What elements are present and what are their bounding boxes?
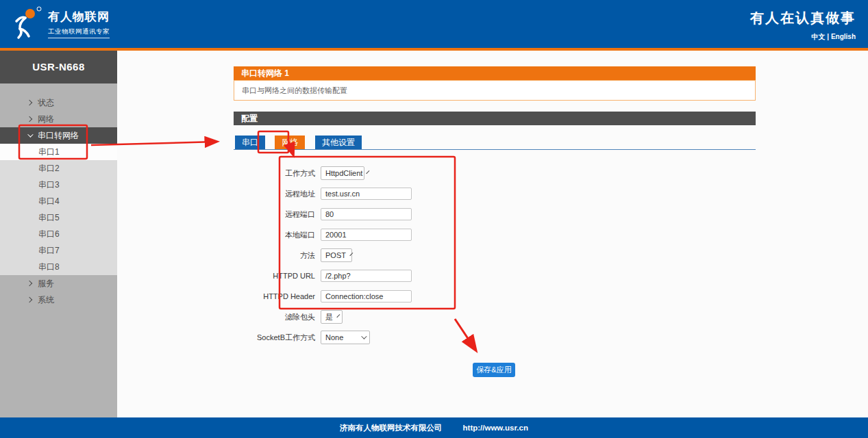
sidebar-item-label: 系统 bbox=[38, 294, 54, 306]
form-row-remote-address: 远程地址 bbox=[234, 188, 756, 200]
sidebar-item-serial-to-network[interactable]: 串口转网络 bbox=[0, 127, 117, 144]
form-row-socketb-mode: SocketB工作方式 None bbox=[234, 331, 756, 344]
brand-subtitle: 工业物联网通讯专家 bbox=[48, 27, 110, 38]
select-chevron-icon bbox=[367, 170, 370, 174]
form-row-local-port: 本地端口 bbox=[234, 229, 756, 241]
sidebar-item-network[interactable]: 网络 bbox=[0, 111, 117, 127]
form-row-filter-header: 滤除包头 是 bbox=[234, 311, 756, 323]
sidebar-item-label: 串口转网络 bbox=[38, 130, 79, 142]
form-row-work-mode: 工作方式 HttpdClient bbox=[234, 167, 756, 179]
usr-logo-icon bbox=[10, 6, 42, 40]
form-row-httpd-url: HTTPD URL bbox=[234, 270, 756, 282]
chevron-down-icon bbox=[27, 131, 33, 137]
lang-en-link[interactable]: English bbox=[831, 33, 856, 40]
select-chevron-icon bbox=[349, 253, 353, 256]
sidebar-item-serial5[interactable]: 串口5 bbox=[0, 209, 117, 226]
lang-zh-link[interactable]: 中文 bbox=[812, 33, 826, 40]
sidebar-menu: 状态 网络 串口转网络 串口1 串口2 串口3 串口4 串口5 串口6 串口7 bbox=[0, 83, 117, 308]
filter-header-select[interactable]: 是 bbox=[321, 310, 343, 324]
sidebar-item-label: 服务 bbox=[38, 278, 54, 289]
page-footer: 济南有人物联网技术有限公司 http://www.usr.cn bbox=[0, 417, 868, 438]
httpd-url-input[interactable] bbox=[321, 270, 412, 282]
top-header: 有人物联网 工业物联网通讯专家 有人在认真做事 中文 | English bbox=[0, 0, 868, 48]
sidebar-item-label: 网络 bbox=[38, 114, 54, 125]
work-mode-select[interactable]: HttpdClient bbox=[321, 166, 364, 180]
sidebar-item-label: 串口2 bbox=[38, 163, 60, 175]
sidebar-item-serial7[interactable]: 串口7 bbox=[0, 242, 117, 259]
selected-value: POST bbox=[325, 251, 346, 259]
form-row-method: 方法 POST bbox=[234, 249, 756, 261]
config-tabs: 串口 网络 其他设置 bbox=[234, 136, 756, 150]
sidebar-item-serial3[interactable]: 串口3 bbox=[0, 177, 117, 193]
lang-separator: | bbox=[826, 33, 831, 40]
remote-address-input[interactable] bbox=[321, 188, 412, 200]
save-apply-button[interactable]: 保存&应用 bbox=[473, 363, 515, 377]
remote-port-input[interactable] bbox=[321, 208, 412, 220]
chevron-right-icon bbox=[27, 297, 32, 302]
footer-company: 济南有人物联网技术有限公司 bbox=[340, 423, 443, 433]
httpd-header-input[interactable] bbox=[321, 290, 412, 302]
field-label: 远程端口 bbox=[234, 209, 315, 220]
tab-serial[interactable]: 串口 bbox=[235, 136, 265, 149]
method-select[interactable]: POST bbox=[321, 248, 352, 262]
selected-value: None bbox=[325, 333, 343, 342]
form-row-remote-port: 远程端口 bbox=[234, 208, 756, 220]
tab-other-settings[interactable]: 其他设置 bbox=[315, 136, 362, 149]
sidebar-item-label: 状态 bbox=[38, 97, 54, 109]
sidebar-item-label: 串口7 bbox=[38, 245, 60, 257]
selected-value: 是 bbox=[325, 312, 333, 322]
select-chevron-icon bbox=[336, 314, 340, 318]
field-label: HTTPD URL bbox=[234, 272, 315, 280]
sidebar-nav: USR-N668 状态 网络 串口转网络 串口1 串口2 串口3 串口4 串口5 bbox=[0, 51, 117, 417]
select-chevron-icon bbox=[361, 333, 367, 339]
header-slogan: 有人在认真做事 bbox=[750, 9, 856, 27]
panel-description: 串口与网络之间的数据传输配置 bbox=[234, 80, 756, 101]
sidebar-item-serial2[interactable]: 串口2 bbox=[0, 160, 117, 177]
sidebar-item-status[interactable]: 状态 bbox=[0, 94, 117, 111]
sidebar-item-label: 串口6 bbox=[38, 229, 60, 240]
field-label: 远程地址 bbox=[234, 189, 315, 199]
chevron-right-icon bbox=[27, 100, 32, 105]
field-label: 工作方式 bbox=[234, 168, 315, 179]
sidebar-item-serial8[interactable]: 串口8 bbox=[0, 259, 117, 275]
sidebar-item-serial1[interactable]: 串口1 bbox=[0, 144, 117, 160]
brand-logo: 有人物联网 工业物联网通讯专家 bbox=[10, 6, 110, 40]
tab-network[interactable]: 网络 bbox=[275, 136, 305, 149]
form-row-httpd-header: HTTPD Header bbox=[234, 290, 756, 302]
sidebar-item-label: 串口1 bbox=[38, 146, 60, 158]
field-label: HTTPD Header bbox=[234, 292, 315, 300]
field-label: 方法 bbox=[234, 250, 315, 261]
sidebar-item-label: 串口4 bbox=[38, 196, 60, 207]
brand-title: 有人物联网 bbox=[48, 9, 110, 25]
sidebar-item-system[interactable]: 系统 bbox=[0, 292, 117, 308]
network-settings-form: 工作方式 HttpdClient 远程地址 远程端口 本地端口 方法 bbox=[234, 167, 756, 377]
main-content: 串口转网络 1 串口与网络之间的数据传输配置 配置 串口 网络 其他设置 工作方… bbox=[117, 51, 868, 417]
config-section-title: 配置 bbox=[234, 112, 756, 125]
field-label: 滤除包头 bbox=[234, 312, 315, 322]
sidebar-item-label: 串口8 bbox=[38, 261, 60, 273]
sidebar-item-label: 串口5 bbox=[38, 212, 60, 224]
footer-url-link[interactable]: http://www.usr.cn bbox=[463, 424, 528, 432]
sidebar-item-serial6[interactable]: 串口6 bbox=[0, 226, 117, 242]
field-label: 本地端口 bbox=[234, 230, 315, 240]
settings-panel: 串口转网络 1 串口与网络之间的数据传输配置 配置 串口 网络 其他设置 工作方… bbox=[234, 66, 756, 377]
device-model-title: USR-N668 bbox=[0, 51, 117, 83]
field-label: SocketB工作方式 bbox=[234, 333, 315, 343]
sidebar-item-serial4[interactable]: 串口4 bbox=[0, 193, 117, 209]
chevron-right-icon bbox=[27, 116, 32, 122]
selected-value: HttpdClient bbox=[325, 169, 362, 177]
socketb-mode-select[interactable]: None bbox=[321, 331, 370, 344]
local-port-input[interactable] bbox=[321, 229, 412, 241]
language-switch: 中文 | English bbox=[750, 32, 856, 42]
sidebar-item-services[interactable]: 服务 bbox=[0, 275, 117, 292]
sidebar-item-label: 串口3 bbox=[38, 179, 60, 191]
panel-title: 串口转网络 1 bbox=[234, 66, 756, 80]
chevron-right-icon bbox=[27, 281, 32, 286]
